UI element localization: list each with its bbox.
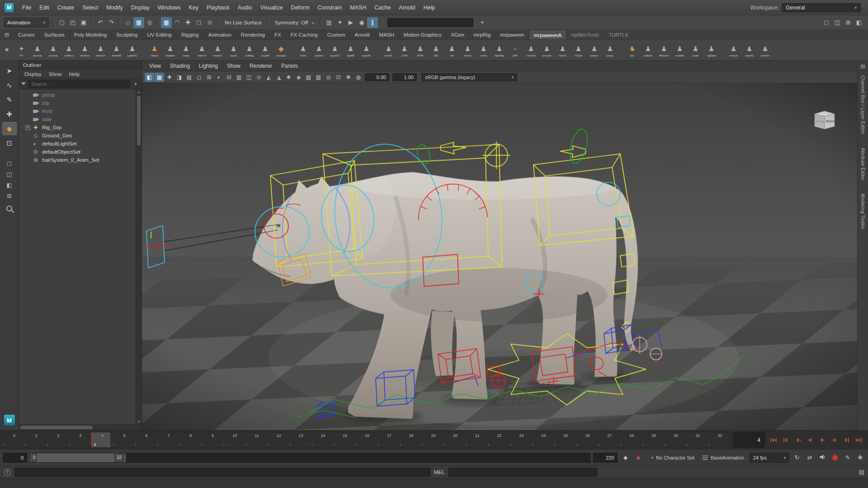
shelf-tab[interactable]: Curves — [14, 31, 39, 39]
viewport-toolbar-icon[interactable]: ⊟ — [224, 73, 234, 82]
shelf-tab[interactable]: Animation — [204, 31, 236, 39]
menu-item[interactable]: Key — [185, 3, 203, 12]
shelf-button[interactable]: ✦ FT — [14, 43, 29, 57]
frame-label[interactable]: 29 — [643, 433, 665, 438]
menu-item[interactable]: MASH — [346, 3, 370, 12]
outliner-search-input[interactable] — [28, 80, 130, 88]
frame-label[interactable]: 11 — [246, 433, 268, 438]
viewport-toolbar-icon[interactable]: ✥ — [344, 73, 353, 82]
filter-funnel-icon[interactable] — [21, 82, 26, 85]
statusline-icon[interactable]: ◻ — [193, 17, 204, 28]
viewport-toolbar-icon[interactable]: ◨ — [175, 73, 184, 82]
viewport-toolbar-icon[interactable]: ⊙ — [254, 73, 264, 82]
loop-playback-icon[interactable]: ↻ — [792, 454, 802, 461]
shelf-tab[interactable]: Sculpting — [112, 31, 142, 39]
shelf-tab[interactable]: MASH — [375, 31, 399, 39]
statusline-icon[interactable] — [157, 18, 159, 27]
auto-key-button[interactable] — [832, 455, 838, 461]
expand-toggle[interactable]: + — [25, 125, 30, 130]
shelf-button[interactable]: ♟ poleGe — [640, 43, 656, 57]
sidebar-tab[interactable]: Modeling Toolkit — [860, 194, 865, 229]
shelf-button[interactable]: ♟ Add Inf — [194, 43, 210, 57]
statusline-icon[interactable]: ◰ — [67, 17, 78, 28]
viewport-toolbar-icon[interactable]: ◭ — [264, 73, 274, 82]
statusline-icon[interactable]: ◠ — [172, 17, 183, 28]
menu-item[interactable]: Create — [53, 3, 79, 12]
frame-label[interactable]: 17 — [378, 433, 400, 438]
scrollbar-thumb[interactable] — [20, 426, 93, 429]
outliner-item[interactable]: + Ground_Geo — [19, 131, 136, 140]
shelf-button[interactable]: ♟ CVW — [396, 43, 412, 57]
frame-label[interactable]: 28 — [621, 433, 643, 438]
statusline-icon[interactable]: ▦ — [161, 17, 172, 28]
statusline-icon[interactable]: ✚ — [183, 17, 193, 28]
frame-label[interactable]: 20 — [444, 433, 467, 438]
statusline-icon[interactable] — [52, 18, 55, 27]
viewport-toolbar-icon[interactable]: ◫ — [244, 73, 254, 82]
shelf-button[interactable]: ♟ clean — [688, 43, 703, 57]
shelf-button[interactable]: ♟ faceRig — [491, 43, 507, 57]
frame-label[interactable]: 2 — [47, 433, 70, 438]
panel-layout-icon[interactable]: ◻ — [821, 17, 832, 28]
shelf-button[interactable]: ♟ voWeig — [241, 43, 257, 57]
frame-label[interactable]: 19 — [422, 433, 444, 438]
statusline-icon[interactable]: ▦ — [133, 17, 144, 28]
audio-speaker-icon[interactable] — [817, 454, 827, 461]
statusline-icon[interactable]: ▶ — [345, 17, 356, 28]
viewport-toolbar-icon[interactable]: ◐ — [214, 73, 224, 82]
menu-item[interactable]: Edit — [35, 3, 53, 12]
frame-label[interactable]: 6 — [136, 433, 158, 438]
shelf-tab[interactable]: Custom — [323, 31, 350, 39]
statusline-icon[interactable]: ◇ — [123, 17, 133, 28]
step-forward-key-button[interactable] — [829, 432, 840, 448]
character-set-dropdown[interactable]: ▾ No Character Set — [646, 455, 697, 460]
playback-range[interactable]: 0 32 — [30, 453, 126, 462]
viewport-toolbar-icon[interactable]: ⊞ — [204, 73, 214, 82]
shelf-button[interactable]: ♟ jointOn — [757, 43, 773, 57]
viewport-toolbar-icon[interactable]: ✚ — [165, 73, 174, 82]
viewport-toolbar-icon[interactable]: ◈ — [294, 73, 303, 82]
sidebar-tab[interactable]: Channel Box / Layer Editor — [860, 75, 865, 134]
shelf-tab[interactable]: Arnold — [350, 31, 374, 39]
go-to-start-button[interactable] — [768, 432, 779, 448]
outliner-menu-item[interactable]: Show — [45, 71, 66, 77]
range-end-handle[interactable]: 32 — [114, 453, 125, 462]
viewport-toolbar-icon[interactable]: ◍ — [354, 73, 363, 82]
shelf-tab[interactable]: ngSkinTools — [566, 31, 604, 39]
frame-label[interactable]: 15 — [334, 433, 356, 438]
statusline-icon[interactable]: ⊙ — [204, 17, 215, 28]
viewport-toolbar-icon[interactable]: ▦ — [155, 73, 164, 82]
view-cube[interactable]: FRONT RIGHT — [815, 111, 835, 129]
shelf-tab[interactable]: Surfaces — [39, 31, 69, 39]
viewport-toolbar-icon[interactable]: ▧ — [304, 73, 313, 82]
toolbox-tool[interactable]: ✚ — [2, 108, 17, 121]
shelf-button[interactable]: ♟ jointOr — [381, 43, 396, 57]
frame-label[interactable]: 32 — [709, 433, 731, 438]
outliner-vertical-scrollbar[interactable]: ▲ ▼ — [136, 89, 142, 424]
shelf-button[interactable]: ♟ cutProx — [61, 43, 77, 57]
toolbox-tool[interactable]: ∿ — [2, 79, 17, 92]
character-key-icon[interactable]: ⬥ — [633, 454, 643, 461]
shelf-button[interactable]: ♟ mirorC — [460, 43, 476, 57]
viewport-toolbar-icon[interactable]: ◧ — [145, 73, 154, 82]
statusline-icon[interactable]: ✦ — [335, 17, 345, 28]
outliner-item[interactable]: + front — [19, 107, 136, 115]
outliner-menu-item[interactable]: Display — [21, 71, 45, 77]
animation-start-field[interactable]: 0 — [3, 453, 27, 463]
shelf-button[interactable]: ♟ po-snaj — [45, 43, 61, 57]
frame-label[interactable]: 3 — [69, 433, 91, 438]
statusline-icon[interactable]: ∥ — [367, 17, 378, 28]
menu-item[interactable]: Select — [78, 3, 102, 12]
shelf-button[interactable]: ♟ proxy — [602, 43, 618, 57]
statusline-icon[interactable] — [91, 18, 93, 27]
chevron-down-icon[interactable]: ▼ — [132, 82, 139, 86]
scroll-up-icon[interactable]: ▲ — [136, 90, 142, 94]
toolbox-tool[interactable]: ◆ — [2, 122, 17, 135]
shelf-button[interactable]: ♟ rigData — [703, 43, 719, 57]
menu-item[interactable]: Visualize — [256, 3, 287, 12]
shelf-button[interactable]: ♟ PVW — [412, 43, 428, 57]
shelf-button[interactable]: ♟ vacinD — [741, 43, 757, 57]
sidebar-tab[interactable]: Attribute Editor — [860, 148, 865, 181]
command-input[interactable] — [14, 468, 430, 477]
viewport-toolbar-icon[interactable]: ▥ — [234, 73, 244, 82]
